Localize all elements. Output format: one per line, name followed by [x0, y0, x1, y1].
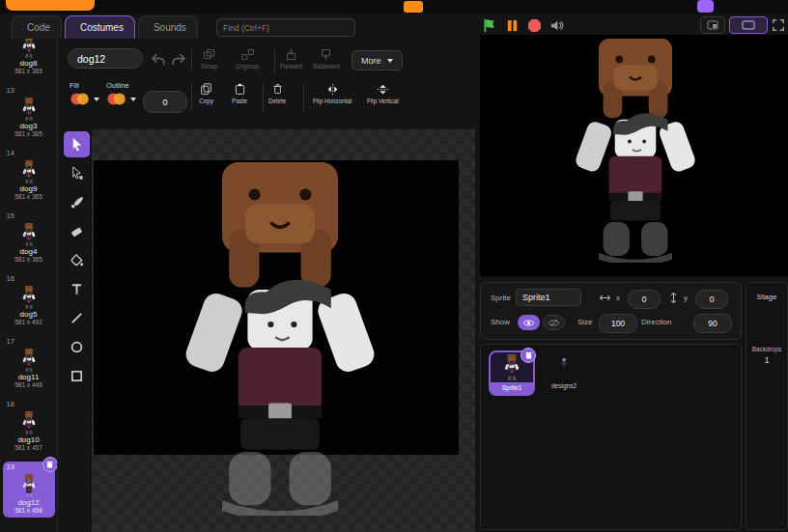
ungroup-button[interactable]: Ungroup — [236, 48, 259, 70]
tab-costumes[interactable]: Costumes — [65, 15, 135, 39]
flip-vertical-icon — [376, 83, 390, 96]
sprite-card-selected[interactable]: Sprite1 — [489, 350, 535, 396]
sprite-info-panel: Sprite x y Show Size Direction — [480, 282, 742, 340]
sprite-name-input[interactable] — [516, 289, 581, 306]
delete-label: Delete — [268, 98, 286, 104]
select-tool[interactable] — [64, 131, 90, 157]
editor-tabs: Code Costumes Sounds — [12, 15, 198, 39]
more-label: More — [361, 56, 381, 66]
fill-swatch — [70, 92, 99, 106]
caret-down-icon — [94, 98, 99, 101]
show-button[interactable] — [518, 315, 540, 330]
y-position-input[interactable] — [695, 290, 728, 309]
costume-size: 581 x 492 — [3, 319, 55, 326]
tab-code[interactable]: Code — [12, 15, 62, 39]
fill-tool[interactable] — [64, 247, 90, 273]
paste-button[interactable]: Paste — [232, 83, 247, 104]
flip-vertical-button[interactable]: Flip Vertical — [367, 83, 399, 104]
ungroup-label: Ungroup — [236, 63, 259, 70]
backward-button[interactable]: Backward — [313, 48, 340, 70]
find-input[interactable] — [216, 18, 355, 37]
divider — [263, 83, 264, 112]
line-tool[interactable] — [64, 305, 90, 331]
direction-input[interactable] — [693, 314, 732, 333]
circle-tool[interactable] — [64, 334, 90, 360]
outline-label: Outline — [106, 81, 129, 90]
sprite-name: designs2 — [541, 380, 587, 391]
paint-toolbar: Group Ungroup Forward Backward More — [60, 41, 477, 129]
costume-item[interactable]: 18 dog10 581 x 457 — [3, 399, 55, 455]
stage-size-controls — [700, 16, 785, 34]
divider — [191, 83, 192, 112]
costume-index: 18 — [3, 400, 55, 409]
delete-button[interactable]: Delete — [268, 83, 286, 104]
costume-index: 15 — [3, 211, 55, 221]
tab-sounds-label: Sounds — [154, 22, 186, 33]
costume-index: 14 — [3, 149, 55, 158]
pause-icon[interactable] — [505, 18, 520, 33]
hide-button[interactable] — [543, 315, 565, 330]
outline-swatch — [106, 92, 136, 106]
fill-color-icon — [70, 92, 91, 106]
stop-icon[interactable] — [527, 18, 542, 33]
costume-size: 581 x 365 — [3, 68, 55, 75]
small-stage-button[interactable] — [700, 16, 725, 34]
sprite-card[interactable]: designs2 — [541, 350, 587, 396]
help-icon[interactable] — [404, 1, 423, 13]
outline-control[interactable]: Outline — [106, 81, 136, 106]
brush-tool[interactable] — [64, 189, 90, 215]
costume-name: dog8 — [3, 59, 55, 68]
paint-canvas[interactable] — [92, 129, 475, 532]
costume-size: 581 x 365 — [3, 256, 55, 264]
costume-item[interactable]: 15 dog4 581 x 365 — [3, 210, 55, 266]
undo-icon[interactable] — [151, 51, 167, 68]
costume-name-input[interactable] — [68, 48, 143, 69]
text-tool[interactable] — [64, 276, 90, 302]
backdrops-label: Backdrops — [746, 346, 787, 352]
group-button[interactable]: Group — [201, 48, 218, 70]
costume-item[interactable]: 16 dog5 581 x 492 — [3, 273, 55, 329]
costume-item-selected[interactable]: 19 dog12 581 x 458 — [3, 462, 55, 518]
stage-selector[interactable]: Stage Backdrops 1 — [746, 282, 788, 530]
stroke-width-input[interactable] — [143, 91, 187, 113]
costume-thumbnail — [12, 97, 46, 121]
delete-sprite-badge[interactable] — [521, 348, 536, 363]
costume-item[interactable]: dog8 581 x 365 — [3, 34, 55, 78]
redo-icon[interactable] — [170, 51, 186, 68]
volume-icon[interactable] — [549, 18, 564, 33]
eraser-tool[interactable] — [64, 218, 90, 244]
more-button[interactable]: More — [352, 50, 403, 70]
costume-item[interactable]: 17 dog11 581 x 448 — [3, 336, 55, 392]
divider — [303, 83, 304, 112]
stage-preview[interactable] — [480, 35, 788, 276]
costume-name: dog3 — [3, 122, 55, 130]
costume-thumbnail — [12, 222, 46, 246]
menu-bar — [0, 0, 788, 14]
green-flag-icon[interactable] — [483, 18, 497, 33]
backward-label: Backward — [313, 63, 340, 70]
x-position-input[interactable] — [628, 290, 661, 309]
tab-sounds[interactable]: Sounds — [138, 15, 198, 39]
delete-costume-badge[interactable] — [42, 457, 58, 472]
circle-icon — [70, 340, 84, 354]
stage-sprite[interactable] — [562, 39, 709, 263]
paste-label: Paste — [232, 98, 247, 104]
large-stage-button[interactable] — [729, 16, 768, 34]
fill-control[interactable]: Fill — [70, 81, 99, 106]
forward-button[interactable]: Forward — [280, 48, 302, 70]
caret-down-icon — [130, 98, 136, 101]
turbowarp-logo[interactable] — [6, 0, 95, 11]
rectangle-tool[interactable] — [64, 363, 90, 389]
flip-horizontal-button[interactable]: Flip Horizontal — [313, 83, 352, 104]
costume-thumbnail — [12, 410, 46, 434]
costume-size: 581 x 365 — [3, 193, 55, 201]
fullscreen-icon[interactable] — [772, 18, 785, 32]
reshape-tool[interactable] — [64, 160, 90, 186]
costume-item[interactable]: 13 dog3 581 x 365 — [3, 85, 55, 141]
copy-button[interactable]: Copy — [199, 83, 213, 104]
delete-icon — [270, 83, 285, 96]
addons-icon[interactable] — [697, 0, 714, 13]
costume-item[interactable]: 14 dog9 581 x 365 — [3, 148, 55, 204]
size-input[interactable] — [599, 314, 637, 333]
costume-name: dog9 — [3, 184, 55, 193]
